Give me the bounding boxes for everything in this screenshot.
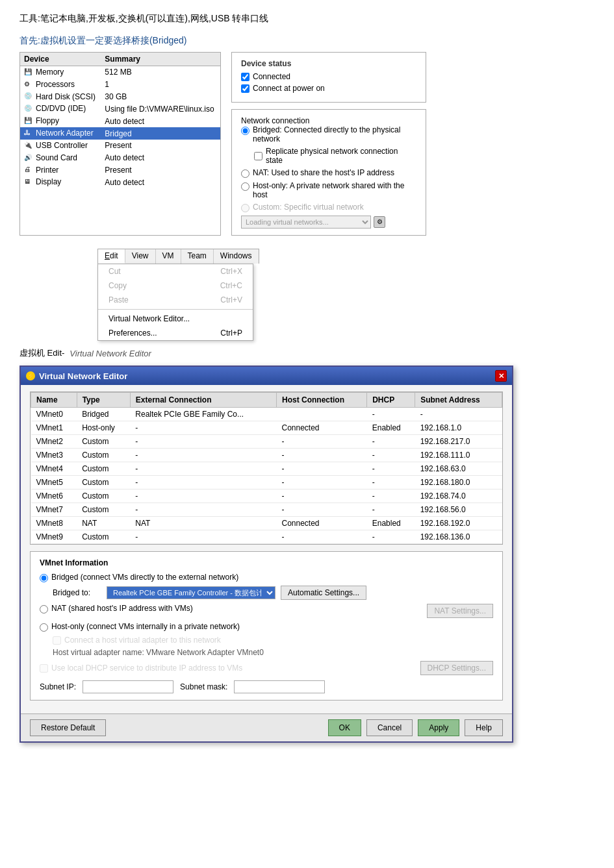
vmnet-type: Custom [77,490,130,503]
edit-dropdown-menu: Cut Ctrl+X Copy Ctrl+C Paste Ctrl+V Virt… [97,264,253,341]
hostonly-radio-row: Host-only: A private network shared with… [241,181,416,199]
vne-table-row[interactable]: VMnet9 Custom - - - 192.168.136.0 [31,530,502,544]
device-table-row[interactable]: 🔊Sound Card Auto detect [20,152,220,164]
dhcp-settings-button[interactable]: DHCP Settings... [420,661,493,675]
device-table-row[interactable]: 🖥Display Auto detect [20,176,220,188]
vne-window-title: Virtual Network Editor [39,371,127,381]
vmnet-host-conn: - [276,490,366,503]
cut-shortcut: Ctrl+X [220,267,242,276]
device-status-title: Device status [241,59,416,68]
device-table-row[interactable]: 💾Floppy Auto detect [20,115,220,127]
hostonly-radio[interactable] [241,182,249,191]
vmnet-name: VMnet5 [31,476,77,490]
vne-table-row[interactable]: VMnet8 NAT NAT Connected Enabled 192.168… [31,517,502,530]
vmnet-host-conn: Connected [276,517,366,530]
menu-copy: Copy Ctrl+C [98,279,253,293]
device-table-row[interactable]: 🔌USB Controller Present [20,140,220,152]
custom-radio[interactable] [241,204,249,212]
apply-button[interactable]: Apply [418,719,459,736]
menu-view[interactable]: View [125,249,156,264]
vne-col-header: DHCP [367,393,415,408]
vmnet-bridged-radio[interactable] [40,574,48,582]
menu-windows[interactable]: Windows [214,249,259,264]
vne-table-row[interactable]: VMnet2 Custom - - - 192.168.217.0 [31,435,502,449]
vmnet-type: Custom [77,449,130,462]
vmnet-nat-radio[interactable] [40,605,48,614]
vne-table-row[interactable]: VMnet4 Custom - - - 192.168.63.0 [31,462,502,476]
connected-label: Connected [253,72,290,81]
connect-adapter-checkbox[interactable] [53,636,61,645]
menu-vne[interactable]: Virtual Network Editor... [98,312,253,326]
dhcp-checkbox[interactable] [40,664,48,673]
vmnet-host-conn [276,408,366,421]
device-table-row[interactable]: 💾Memory 512 MB [20,66,220,79]
vne-table-row[interactable]: VMnet0 Bridged Realtek PCIe GBE Family C… [31,408,502,421]
nat-label: NAT: Used to share the host's IP address [253,168,394,177]
help-button[interactable]: Help [465,719,503,736]
connected-checkbox[interactable] [241,73,249,81]
device-table-row[interactable]: 💿CD/DVD (IDE) Using file D:\VMWARE\linux… [20,103,220,115]
vmnet-nat-row: NAT (shared host's IP address with VMs) … [40,604,493,618]
vmnet-subnet: 192.168.180.0 [415,476,502,490]
device-table-row[interactable]: 🖧Network Adapter Bridged [20,127,220,140]
menu-edit[interactable]: Edit [98,249,125,264]
vmnet-name: VMnet0 [31,408,77,421]
device-status-panel: Device status Connected Connect at power… [231,52,426,103]
subnet-mask-input[interactable] [234,680,325,693]
vmnet-hostonly-radio[interactable] [40,623,48,632]
vmnet-type: Custom [77,503,130,517]
network-dropdown[interactable]: Loading virtual networks... [241,216,371,229]
vmnet-type: Custom [77,476,130,490]
footer-right-buttons: OK Cancel Apply Help [328,719,503,736]
menu-preferences[interactable]: Preferences... Ctrl+P [98,326,253,340]
connect-power-checkbox[interactable] [241,84,249,93]
summary-cell: Auto detect [101,115,220,127]
vne-col-header: Name [31,393,77,408]
device-table-row[interactable]: 💿Hard Disk (SCSI) 30 GB [20,91,220,103]
connect-power-row: Connect at power on [241,84,416,93]
nat-radio[interactable] [241,169,249,178]
vne-table-row[interactable]: VMnet6 Custom - - - 192.168.74.0 [31,490,502,503]
device-table-row[interactable]: ⚙Processors 1 [20,79,220,91]
device-table-row[interactable]: 🖨Printer Present [20,164,220,177]
bridged-to-dropdown[interactable]: Realtek PCIe GBE Family Controller - 数据包… [107,586,275,599]
vmnet-subnet: 192.168.192.0 [415,517,502,530]
summary-cell: 30 GB [101,91,220,103]
bridged-radio-row: Bridged: Connected directly to the physi… [241,125,416,143]
menu-bar: Edit View VM Team Windows [97,249,259,264]
device-cell: 💿Hard Disk (SCSI) [20,91,101,103]
vmnet-subnet: 192.168.111.0 [415,449,502,462]
cancel-button[interactable]: Cancel [366,719,413,736]
vmnet-dhcp: Enabled [367,517,415,530]
vne-table-row[interactable]: VMnet7 Custom - - - 192.168.56.0 [31,503,502,517]
vne-table-container: NameTypeExternal ConnectionHost Connecti… [30,391,503,545]
auto-settings-button[interactable]: Automatic Settings... [281,586,366,600]
vmnet-host-conn: - [276,503,366,517]
vmnet-name: VMnet9 [31,530,77,544]
prefs-shortcut: Ctrl+P [220,329,242,338]
vne-table-row[interactable]: VMnet5 Custom - - - 192.168.180.0 [31,476,502,490]
menu-vm[interactable]: VM [156,249,181,264]
copy-shortcut: Ctrl+C [220,281,242,290]
ok-button[interactable]: OK [328,719,361,736]
vne-close-button[interactable]: ✕ [495,370,507,382]
vne-body: NameTypeExternal ConnectionHost Connecti… [21,385,512,713]
restore-default-button[interactable]: Restore Default [30,719,106,736]
vne-table-row[interactable]: VMnet3 Custom - - - 192.168.111.0 [31,449,502,462]
vmnet-ext-conn: - [130,503,276,517]
nat-settings-button[interactable]: NAT Settings... [427,604,493,618]
subnet-ip-input[interactable] [83,680,173,693]
custom-radio-row: Custom: Specific virtual network [241,203,416,212]
vmnet-ext-conn: Realtek PCIe GBE Family Co... [130,408,276,421]
menu-team[interactable]: Team [181,249,214,264]
bridged-to-label: Bridged to: [53,588,101,597]
device-cell: 💿CD/DVD (IDE) [20,103,101,115]
device-cell: 💾Memory [20,66,101,79]
bridged-radio[interactable] [241,127,249,135]
gear-icon[interactable]: ⚙ [374,216,385,228]
summary-cell: 512 MB [101,66,220,79]
vne-table-row[interactable]: VMnet1 Host-only - Connected Enabled 192… [31,421,502,435]
vmnet-host-conn: - [276,476,366,490]
replicate-checkbox[interactable] [254,152,262,160]
device-table: Device Summary 💾Memory 512 MB ⚙Processor… [19,52,221,236]
